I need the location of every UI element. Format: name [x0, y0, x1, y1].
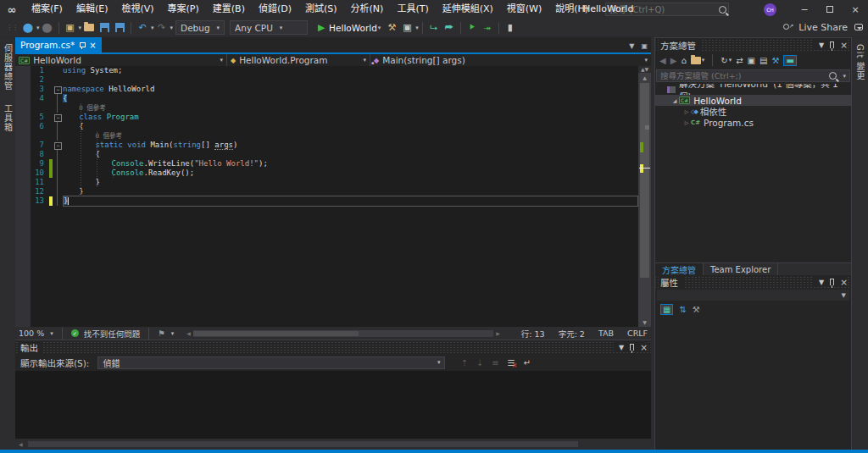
open-folder-icon[interactable]: [82, 20, 96, 36]
window-position-dropdown-icon[interactable]: ▼: [619, 344, 624, 351]
tab-team-explorer[interactable]: Team Explorer: [704, 263, 778, 275]
back-icon[interactable]: ◀: [659, 56, 666, 65]
editor-horizontal-scrollbar[interactable]: ◀ ▶: [184, 329, 503, 338]
hscroll-thumb[interactable]: [193, 331, 359, 336]
debug-tests-icon[interactable]: ⯮: [481, 20, 494, 36]
previous-message-icon[interactable]: ⇡: [460, 358, 467, 367]
snapshot-icon[interactable]: ▣: [400, 20, 414, 36]
menu-item-9[interactable]: 延伸模組(X): [436, 0, 500, 19]
menu-item-10[interactable]: 視窗(W): [500, 0, 548, 19]
solution-search-input[interactable]: [657, 71, 829, 80]
save-icon[interactable]: [97, 20, 111, 36]
pin-panel-icon[interactable]: [830, 41, 834, 48]
code-line-13[interactable]: 13}: [15, 196, 638, 206]
toolbar-grip[interactable]: ⋮⋮: [6, 24, 18, 31]
output-hscroll-thumb[interactable]: [28, 441, 578, 447]
code-line-8[interactable]: 8{: [15, 150, 638, 159]
search-options-dropdown[interactable]: ▾: [843, 73, 846, 80]
close-panel-icon[interactable]: ×: [640, 342, 648, 352]
nav-type-dropdown[interactable]: ◆ HelloWorld.Program▾: [227, 54, 370, 66]
zoom-level[interactable]: 100 %: [19, 329, 44, 338]
window-position-dropdown-icon[interactable]: ▼: [819, 279, 824, 286]
status-insert-mode[interactable]: TAB: [598, 329, 614, 338]
tab-program-cs[interactable]: Program.cs* ×: [15, 37, 102, 52]
left-autohide-tab-0[interactable]: 伺服器總管: [1, 41, 15, 94]
save-all-icon[interactable]: [113, 20, 126, 36]
tab-solution-explorer[interactable]: 方案總管: [655, 263, 704, 275]
code-line-3[interactable]: 3namespace HelloWorld: [15, 85, 638, 94]
menu-item-4[interactable]: 建置(B): [206, 0, 252, 19]
code-line-1[interactable]: 1using System;: [15, 66, 638, 75]
scroll-down-icon[interactable]: ▼: [638, 318, 651, 327]
word-wrap-icon[interactable]: ↵: [524, 358, 531, 367]
clear-all-icon[interactable]: ☰: [508, 358, 515, 367]
zoom-dropdown-icon[interactable]: ▾: [50, 330, 53, 337]
right-autohide-tab-0[interactable]: Git 變更: [853, 41, 867, 85]
tree-item-2[interactable]: ▷◇◆相依性: [655, 106, 851, 117]
restore-button[interactable]: [817, 0, 843, 19]
expander-icon[interactable]: ◢: [670, 97, 679, 103]
close-tab-icon[interactable]: ×: [89, 41, 96, 50]
scroll-left-icon[interactable]: ◀: [15, 441, 26, 447]
left-autohide-tab-1[interactable]: 工具箱: [1, 101, 15, 135]
property-pages-icon[interactable]: ⚒: [693, 305, 700, 314]
properties-header[interactable]: 屬性 ▼ ×: [655, 275, 851, 289]
new-project-dropdown[interactable]: ▾: [79, 25, 82, 31]
scrollbar-thumb[interactable]: [640, 83, 649, 278]
properties-object-combo[interactable]: ▼: [657, 290, 849, 301]
solution-platform-combo[interactable]: Any CPU▾: [230, 20, 308, 35]
goto-message-icon[interactable]: ≡: [492, 358, 498, 367]
minimize-button[interactable]: −: [792, 0, 817, 19]
switch-views-icon[interactable]: ▾: [691, 57, 705, 64]
attach-process-icon[interactable]: ⚒: [385, 20, 398, 36]
status-column[interactable]: 字元: 2: [559, 328, 585, 340]
redo-icon[interactable]: ↷: [155, 20, 169, 36]
code-line-11[interactable]: 11}: [15, 178, 638, 187]
redo-dropdown[interactable]: ▾: [170, 25, 174, 31]
show-all-files-icon[interactable]: ▤: [760, 56, 767, 65]
pin-tab-icon[interactable]: [79, 41, 85, 49]
properties-wrench-icon[interactable]: ⚒: [771, 56, 779, 65]
code-line-2[interactable]: 2: [15, 75, 638, 85]
sync-with-active-document-icon[interactable]: ⇄: [736, 56, 743, 65]
outlining-collapse-icon[interactable]: [53, 113, 63, 122]
nav-member-dropdown[interactable]: ◆ Main(string[] args)▾: [370, 54, 651, 66]
close-button[interactable]: ×: [843, 0, 868, 19]
menu-item-0[interactable]: 檔案(F): [25, 0, 70, 19]
menu-item-3[interactable]: 專案(P): [161, 0, 206, 19]
navigate-back-dropdown[interactable]: ▾: [36, 25, 40, 31]
start-debugging-button[interactable]: ▶ HelloWorld▾: [314, 20, 381, 36]
pin-panel-icon[interactable]: [830, 279, 834, 285]
close-panel-icon[interactable]: ×: [840, 40, 848, 50]
new-project-icon[interactable]: ▣: [64, 20, 77, 36]
editor-extras-dropdown[interactable]: ▾: [171, 330, 175, 337]
code-line-6[interactable]: 6{: [15, 122, 638, 131]
categorized-icon[interactable]: ▦: [660, 304, 673, 315]
outlining-collapse-icon[interactable]: [53, 85, 63, 94]
code-health-check-icon[interactable]: ✓: [71, 329, 79, 337]
scroll-left-icon[interactable]: ◀: [184, 330, 193, 336]
close-panel-icon[interactable]: ×: [840, 277, 848, 287]
code-line-7[interactable]: 7static void Main(string[] args): [15, 141, 638, 150]
expander-icon[interactable]: ▷: [682, 108, 691, 114]
nav-project-dropdown[interactable]: C# HelloWorld▾: [15, 54, 227, 66]
undo-dropdown[interactable]: ▾: [151, 25, 154, 31]
active-files-dropdown-icon[interactable]: ▼: [629, 42, 634, 50]
code-line-9[interactable]: 9Console.WriteLine("Hello World!");: [15, 159, 638, 168]
float-window-icon[interactable]: ▣: [641, 42, 648, 50]
editor-vertical-scrollbar[interactable]: ▲▼ ▲ ▼: [638, 66, 651, 327]
scroll-up-icon[interactable]: ▲: [638, 74, 651, 82]
solution-configuration-combo[interactable]: Debug▾: [175, 20, 225, 35]
live-share-label[interactable]: Live Share: [798, 22, 848, 33]
menu-item-1[interactable]: 編輯(E): [70, 0, 115, 19]
output-panel-header[interactable]: 輸出 ▼ ×: [15, 340, 651, 354]
status-line-ending[interactable]: CRLF: [627, 329, 648, 338]
navigate-forward-icon[interactable]: ⬤: [41, 20, 54, 36]
split-editor-handle[interactable]: ▲▼: [638, 66, 651, 74]
code-health-label[interactable]: 找不到任何問題: [84, 328, 141, 340]
editor-extras-icon[interactable]: ⚑: [158, 329, 165, 338]
collapse-all-icon[interactable]: ▬: [783, 55, 796, 66]
window-position-dropdown-icon[interactable]: ▼: [819, 41, 824, 49]
undo-icon[interactable]: ↶: [136, 20, 149, 36]
bookmark-icon[interactable]: ▮: [504, 20, 517, 36]
